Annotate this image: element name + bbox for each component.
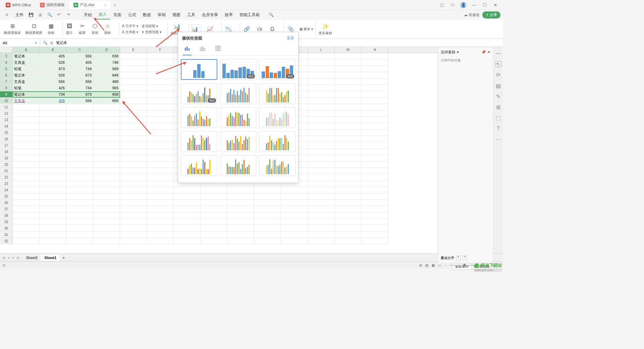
cell-6-5[interactable] xyxy=(147,72,174,79)
cell-18-2[interactable] xyxy=(66,149,93,155)
cell-4-2[interactable]: 426 xyxy=(66,59,93,66)
zoom-out-button[interactable]: − xyxy=(444,263,446,267)
cell-22-3[interactable] xyxy=(93,174,120,181)
add-sheet-button[interactable]: + xyxy=(60,256,67,260)
cell-7-11[interactable] xyxy=(308,79,335,85)
cell-13-0[interactable] xyxy=(13,117,40,123)
cell-3-3[interactable]: 838 xyxy=(93,53,120,59)
row-header-22[interactable]: 22 xyxy=(0,174,13,181)
find-icon[interactable]: 🔍 xyxy=(43,41,48,45)
cell-12-3[interactable] xyxy=(93,110,120,117)
cell-31-10[interactable] xyxy=(281,232,308,238)
cell-18-3[interactable] xyxy=(93,149,120,155)
layout-icon[interactable]: ▢ xyxy=(438,2,445,8)
cell-13-3[interactable] xyxy=(93,117,120,123)
cell-28-3[interactable] xyxy=(93,212,120,219)
cell-28-9[interactable] xyxy=(254,212,281,219)
chart-thumb-12[interactable] xyxy=(181,155,217,176)
cell-21-11[interactable] xyxy=(308,168,335,174)
row-header-30[interactable]: 30 xyxy=(0,225,13,232)
cell-19-4[interactable] xyxy=(120,155,147,161)
cell-24-2[interactable] xyxy=(66,187,93,193)
cell-21-12[interactable] xyxy=(335,168,362,174)
cell-25-9[interactable] xyxy=(254,193,281,200)
ribbon-截屏[interactable]: ✂截屏 xyxy=(78,22,86,36)
cell-32-6[interactable] xyxy=(174,238,201,244)
cell-9-4[interactable] xyxy=(120,91,147,98)
redo-icon[interactable]: ↷ xyxy=(64,11,72,19)
fx-icon[interactable]: fx xyxy=(50,41,53,45)
cell-17-11[interactable] xyxy=(308,142,335,149)
cell-25-4[interactable] xyxy=(120,193,147,200)
settings-icon[interactable]: ⬚ xyxy=(495,115,501,121)
cell-32-10[interactable] xyxy=(281,238,308,244)
chart-thumb-2[interactable]: 动态 xyxy=(259,59,296,80)
menu-1[interactable]: 插入 xyxy=(95,10,110,19)
col-header-N[interactable]: N xyxy=(362,47,388,53)
cell-13-11[interactable] xyxy=(308,117,335,123)
sheet-nav-next[interactable]: > xyxy=(12,256,14,260)
tab-file[interactable]: S 产品.xlsx ● xyxy=(69,1,110,9)
cell-15-4[interactable] xyxy=(120,130,147,136)
collapse-icon[interactable]: — xyxy=(495,50,501,56)
chart-thumb-4[interactable] xyxy=(220,83,257,104)
cell-4-5[interactable] xyxy=(147,59,174,66)
chart-thumb-8[interactable] xyxy=(259,107,296,128)
layers-icon[interactable]: ▤ xyxy=(495,83,501,89)
cell-26-10[interactable] xyxy=(281,200,308,206)
cell-22-4[interactable] xyxy=(120,174,147,181)
cell-31-0[interactable] xyxy=(13,232,40,238)
cell-32-9[interactable] xyxy=(254,238,281,244)
row-header-25[interactable]: 25 xyxy=(0,193,13,200)
print-icon[interactable]: 🖨 xyxy=(36,11,44,19)
col-header-A[interactable]: A xyxy=(13,47,40,53)
menu-7[interactable]: 工具 xyxy=(184,10,199,19)
cell-25-5[interactable] xyxy=(147,193,174,200)
search-icon[interactable]: 🔍 xyxy=(267,11,275,19)
cell-23-3[interactable] xyxy=(93,181,120,187)
sheet-nav-first[interactable]: |< xyxy=(3,256,6,260)
cell-30-5[interactable] xyxy=(147,225,174,232)
cell-3-4[interactable] xyxy=(120,53,147,59)
cube-icon[interactable]: ⬡ xyxy=(449,2,456,8)
row-header-26[interactable]: 26 xyxy=(0,200,13,206)
cell-7-12[interactable] xyxy=(335,79,362,85)
changes-indicator[interactable]: ☁ 有修改 xyxy=(464,12,480,17)
style-icon[interactable]: ✎ xyxy=(495,93,501,99)
cell-16-12[interactable] xyxy=(335,136,362,142)
cell-20-2[interactable] xyxy=(66,161,93,168)
cell-25-1[interactable] xyxy=(40,193,66,200)
cell-11-0[interactable] xyxy=(13,104,40,110)
flowchart-button[interactable]: ⇶ 流程图 ▾ xyxy=(142,24,161,29)
cell-32-12[interactable] xyxy=(335,238,362,244)
cell-25-12[interactable] xyxy=(335,193,362,200)
ribbon-图标[interactable]: ☆图标 xyxy=(104,22,112,36)
cell-15-2[interactable] xyxy=(66,130,93,136)
cell-29-11[interactable] xyxy=(308,219,335,225)
cell-18-4[interactable] xyxy=(120,149,147,155)
cell-31-12[interactable] xyxy=(335,232,362,238)
cell-11-11[interactable] xyxy=(308,104,335,110)
cell-30-10[interactable] xyxy=(281,225,308,232)
cell-17-12[interactable] xyxy=(335,142,362,149)
chart-thumb-5[interactable] xyxy=(259,83,296,104)
row-header-3[interactable]: 3 xyxy=(0,53,13,59)
cell-23-2[interactable] xyxy=(66,181,93,187)
cell-14-3[interactable] xyxy=(93,123,120,130)
cell-18-0[interactable] xyxy=(13,149,40,155)
cell-14-11[interactable] xyxy=(308,123,335,130)
cell-4-13[interactable] xyxy=(362,59,388,66)
cell-18-5[interactable] xyxy=(147,149,174,155)
cell-14-13[interactable] xyxy=(362,123,388,130)
cell-10-11[interactable] xyxy=(308,98,335,104)
cell-25-7[interactable] xyxy=(201,193,227,200)
tab-wps[interactable]: W WPS Office xyxy=(2,1,35,9)
cell-17-4[interactable] xyxy=(120,142,147,149)
cell-31-5[interactable] xyxy=(147,232,174,238)
cell-13-1[interactable] xyxy=(40,117,66,123)
cell-21-1[interactable] xyxy=(40,168,66,174)
cell-20-13[interactable] xyxy=(362,161,388,168)
cell-14-0[interactable] xyxy=(13,123,40,130)
cell-27-12[interactable] xyxy=(335,206,362,212)
cell-28-7[interactable] xyxy=(201,212,227,219)
